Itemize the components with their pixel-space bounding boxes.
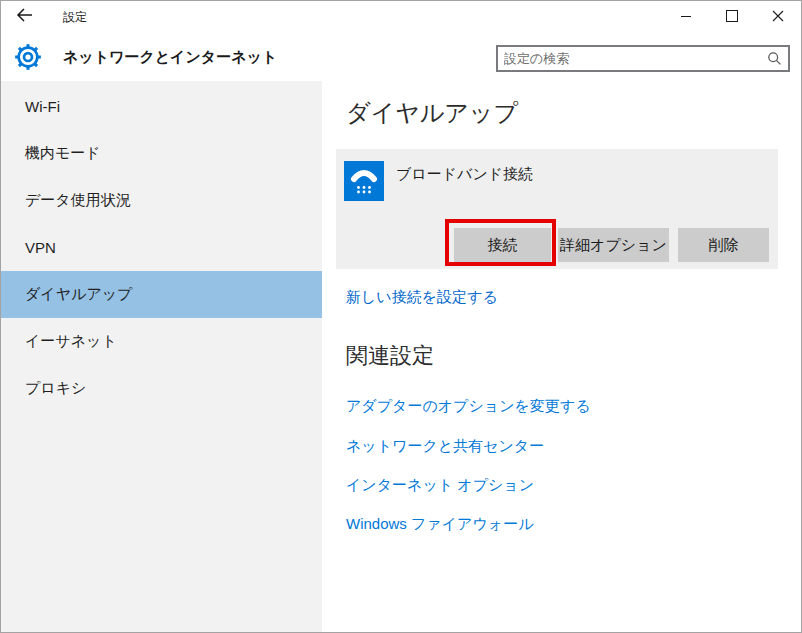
advanced-options-button[interactable]: 詳細オプション — [558, 228, 669, 262]
search-icon[interactable] — [760, 51, 788, 66]
sidebar-item-ethernet[interactable]: イーサネット — [1, 318, 322, 365]
settings-search-box — [496, 45, 790, 72]
close-button[interactable] — [755, 1, 801, 33]
maximize-icon — [726, 8, 738, 26]
close-icon — [772, 8, 784, 26]
sidebar-item-airplane-mode[interactable]: 機内モード — [1, 130, 322, 177]
minimize-button[interactable] — [663, 1, 709, 33]
window-title: 設定 — [63, 9, 87, 26]
sidebar: Wi-Fi 機内モード データ使用状況 VPN ダイヤルアップ イーサネット プ… — [1, 81, 322, 632]
windows-firewall-link[interactable]: Windows ファイアウォール — [346, 515, 533, 534]
maximize-button[interactable] — [709, 1, 755, 33]
search-input[interactable] — [498, 51, 760, 66]
sidebar-item-vpn[interactable]: VPN — [1, 224, 322, 271]
main-panel: ダイヤルアップ ブロードバンド接続 接続 詳細オプション 削除 — [322, 81, 801, 632]
network-sharing-center-link[interactable]: ネットワークと共有センター — [346, 437, 544, 456]
sidebar-item-proxy[interactable]: プロキシ — [1, 365, 322, 412]
change-adapter-options-link[interactable]: アダプターのオプションを変更する — [346, 397, 591, 416]
new-connection-link[interactable]: 新しい接続を設定する — [346, 288, 498, 307]
back-arrow-icon — [16, 8, 34, 26]
settings-window: 設定 — [0, 0, 802, 633]
title-bar: 設定 — [1, 1, 801, 33]
gear-icon — [14, 43, 42, 71]
minimize-icon — [681, 8, 692, 26]
content-area: Wi-Fi 機内モード データ使用状況 VPN ダイヤルアップ イーサネット プ… — [1, 81, 801, 632]
back-button[interactable] — [1, 1, 49, 33]
connection-name: ブロードバンド接続 — [396, 165, 533, 184]
related-settings-heading: 関連設定 — [346, 341, 434, 371]
sidebar-item-data-usage[interactable]: データ使用状況 — [1, 177, 322, 224]
connect-button[interactable]: 接続 — [454, 228, 551, 262]
internet-options-link[interactable]: インターネット オプション — [346, 476, 534, 495]
settings-header: ネットワークとインターネット — [1, 33, 801, 81]
dialup-phone-icon — [344, 161, 384, 201]
dialup-connection-card: ブロードバンド接続 接続 詳細オプション 削除 — [336, 149, 778, 269]
sidebar-item-dialup[interactable]: ダイヤルアップ — [1, 271, 322, 318]
section-title: ネットワークとインターネット — [63, 48, 277, 67]
sidebar-item-wifi[interactable]: Wi-Fi — [1, 83, 322, 130]
page-title: ダイヤルアップ — [346, 97, 518, 129]
delete-button[interactable]: 削除 — [678, 228, 769, 262]
window-controls — [663, 1, 801, 33]
